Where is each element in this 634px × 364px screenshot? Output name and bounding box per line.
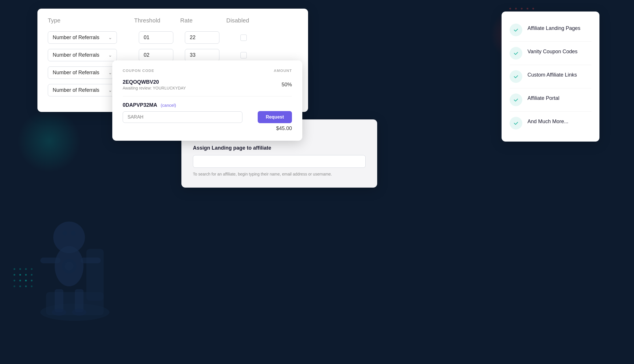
svg-point-46	[71, 231, 76, 235]
check-icon-4	[510, 94, 522, 106]
coupon-code-col-label: COUPON CODE	[123, 68, 246, 73]
svg-point-3	[527, 8, 528, 9]
svg-point-1	[515, 8, 517, 9]
table-row: Number of Referrals ⌄	[48, 49, 298, 61]
chevron-down-icon: ⌄	[108, 35, 112, 40]
dropdown-label-1: Number of Referrals	[53, 35, 99, 41]
feature-item-1: Affiliate Landing Pages	[510, 18, 591, 42]
coupon-code-1: 2EQOQWBV20	[123, 79, 246, 85]
coupon-request-input[interactable]	[123, 111, 242, 123]
disabled-checkbox-2[interactable]	[240, 52, 247, 58]
type-dropdown-4[interactable]: Number of Referrals ⌄	[48, 84, 117, 96]
landing-helper-text: To search for an affiliate, begin typing…	[193, 171, 366, 177]
feature-item-2: Vanity Coupon Codes	[510, 42, 591, 65]
dropdown-label-2: Number of Referrals	[53, 52, 99, 58]
check-icon-3	[510, 70, 522, 83]
dropdown-label-4: Number of Referrals	[53, 87, 99, 93]
feature-label-4: Affiliate Portal	[527, 94, 559, 102]
type-dropdown-1[interactable]: Number of Referrals ⌄	[48, 31, 117, 44]
rate-input-2[interactable]	[185, 49, 219, 61]
chevron-down-icon: ⌄	[108, 70, 112, 75]
feature-item-3: Custom Affiliate Links	[510, 65, 591, 88]
rate-input-1[interactable]	[185, 31, 219, 44]
svg-point-38	[65, 262, 73, 270]
table-header: Type Threshold Rate Disabled	[48, 17, 298, 26]
col-type: Type	[48, 17, 134, 24]
svg-point-0	[509, 8, 511, 9]
coupon-amount-2: $45.00	[276, 125, 292, 131]
svg-point-4	[532, 8, 534, 9]
feature-label-2: Vanity Coupon Codes	[527, 47, 578, 55]
svg-rect-40	[81, 258, 101, 263]
svg-point-28	[14, 285, 15, 287]
coupon-header: COUPON CODE AMOUNT	[123, 68, 292, 73]
check-icon-1	[510, 24, 522, 36]
check-icon-5	[510, 117, 522, 129]
features-card: Affiliate Landing Pages Vanity Coupon Co…	[502, 12, 599, 142]
coupon-row-1: 2EQOQWBV20 Awaiting review: YOURLUCKYDAY…	[123, 79, 292, 90]
coupon-code-2: 0DAPVP32MA	[123, 102, 157, 108]
threshold-input-1[interactable]	[139, 31, 173, 44]
threshold-input-2[interactable]	[139, 49, 173, 61]
feature-item-4: Affiliate Portal	[510, 88, 591, 112]
col-threshold: Threshold	[134, 17, 180, 24]
type-dropdown-2[interactable]: Number of Referrals ⌄	[48, 49, 117, 61]
table-row: Number of Referrals ⌄	[48, 31, 298, 44]
svg-rect-34	[86, 249, 104, 301]
chevron-down-icon: ⌄	[108, 87, 112, 93]
coupon-sub-1: Awaiting review: YOURLUCKYDAY	[123, 86, 246, 90]
disabled-checkbox-1[interactable]	[240, 35, 247, 41]
coupon-card: COUPON CODE AMOUNT 2EQOQWBV20 Awaiting r…	[112, 60, 302, 141]
landing-card-subtitle: Assign Landing page to affiliate	[193, 145, 366, 151]
svg-point-24	[14, 280, 15, 281]
check-icon-2	[510, 47, 522, 60]
type-dropdown-3[interactable]: Number of Referrals ⌄	[48, 66, 117, 79]
svg-point-20	[14, 274, 15, 276]
svg-point-16	[14, 268, 15, 270]
coupon-amount-col-label: AMOUNT	[246, 68, 292, 73]
feature-label-5: And Much More...	[527, 117, 568, 125]
cancel-link[interactable]: (cancel)	[161, 103, 176, 108]
svg-point-43	[52, 309, 66, 316]
illustration	[17, 191, 155, 352]
affiliate-search-input[interactable]	[193, 155, 366, 168]
coupon-amount-1: 50%	[246, 82, 292, 88]
request-button[interactable]: Request	[258, 111, 292, 123]
svg-point-36	[53, 222, 85, 253]
svg-rect-39	[40, 258, 60, 263]
svg-point-45	[62, 231, 67, 235]
svg-point-44	[72, 309, 86, 316]
col-disabled: Disabled	[226, 17, 261, 24]
feature-label-1: Affiliate Landing Pages	[527, 24, 580, 32]
dropdown-label-3: Number of Referrals	[53, 70, 99, 76]
chevron-down-icon: ⌄	[108, 52, 112, 58]
feature-label-3: Custom Affiliate Links	[527, 70, 577, 79]
feature-item-5: And Much More...	[510, 112, 591, 135]
coupon-row-2: 0DAPVP32MA (cancel) Request $45.00	[123, 102, 292, 132]
col-rate: Rate	[180, 17, 226, 24]
svg-point-2	[521, 8, 523, 9]
